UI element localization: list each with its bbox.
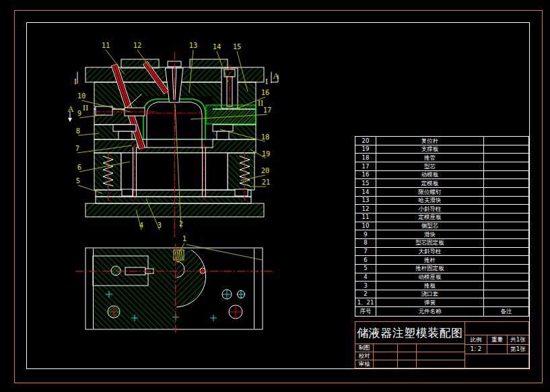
cell-remark: [483, 205, 528, 213]
balloon-5: 5: [76, 176, 80, 185]
table-row: 18推管: [355, 153, 528, 162]
table-row: 16动模板: [355, 170, 528, 179]
cell-no: 19: [355, 145, 376, 154]
cell-name: 复位杆: [376, 137, 483, 145]
balloon-10: 10: [77, 92, 86, 100]
parts-list-table: 20复位杆19支撑板18推管17型芯16动模板15定模板14限位螺钉13哈夫滑块…: [355, 136, 529, 317]
rest-button-right: [235, 189, 248, 196]
table-row: 11定模座板: [355, 213, 528, 222]
label-checked: 校对: [355, 352, 374, 360]
cell-no: 4: [355, 273, 376, 282]
balloon-1: 1: [182, 234, 186, 242]
cell-remark: [483, 248, 528, 256]
table-row: 17型芯: [355, 162, 528, 170]
balloon-8: 8: [76, 127, 80, 135]
cad-drawing-window: 111213141516171819202110987654321 IIIIII…: [0, 0, 550, 392]
cell-no: 2: [355, 290, 376, 298]
title-block-left: 储液器注塑模装配图 制图 校对 审核: [355, 322, 465, 368]
balloon-2: 2: [179, 220, 183, 228]
label-approved: 审核: [355, 360, 374, 368]
scale-value-row: 1: 2 第1张: [465, 345, 528, 354]
balloon-14: 14: [213, 42, 221, 51]
balloon-12: 12: [133, 41, 142, 49]
cell-name: 动模座板: [376, 273, 483, 282]
cell-remark: [483, 256, 528, 264]
balloon-11: 11: [102, 41, 110, 49]
sign-row-draw: 制图: [355, 344, 465, 352]
table-row: 3推板: [355, 281, 528, 290]
cell-remark: [483, 145, 528, 154]
core-fix-step-left: [113, 125, 136, 131]
section-mark-A: A: [273, 71, 279, 81]
table-row: 8型芯固定板: [355, 238, 528, 247]
section-view: [68, 53, 278, 237]
scale-label: 比例: [465, 335, 487, 344]
cell-no: 16: [355, 171, 376, 179]
cell-name: 定模板: [376, 179, 483, 187]
cell-name: 弹簧: [376, 298, 483, 306]
sprue-retainer-left: [121, 59, 159, 68]
table-row: 20复位杆: [355, 137, 528, 145]
sheets-total: 共1张: [508, 335, 528, 344]
balloon-13: 13: [189, 41, 198, 49]
cell-name: 滑块: [376, 230, 483, 238]
ejector-plate: [96, 197, 251, 203]
scale-header-row: 比例 重量 共1张: [465, 335, 528, 345]
cell-remark: [483, 290, 528, 298]
cell-no: 15: [355, 179, 376, 187]
cell-name: 推杆: [376, 256, 483, 264]
sign-row-approve: 审核: [355, 360, 465, 368]
cell-remark: [483, 273, 528, 282]
cell-no: 6: [355, 256, 376, 264]
balloon-17: 17: [263, 106, 272, 114]
table-row: 6推杆: [355, 255, 528, 264]
balloon-19: 19: [262, 150, 271, 158]
cell-no: 5: [355, 265, 376, 273]
header-no: 序号: [355, 307, 376, 316]
header-remark: 备注: [483, 307, 528, 316]
balloon-6: 6: [77, 163, 81, 171]
table-row: 5推杆固定板: [355, 264, 528, 273]
cell-name: 型芯: [376, 162, 483, 170]
balloon-7: 7: [75, 144, 79, 152]
sheet-number: 第1张: [508, 345, 528, 354]
cell-remark: [483, 239, 528, 247]
cell-name: 哈夫滑块: [376, 197, 483, 205]
cell-name: 支撑板: [376, 145, 483, 154]
balloon-4: 4: [139, 221, 143, 229]
cell-remark: [483, 214, 528, 222]
cell-remark: [483, 154, 528, 162]
sign-row-check: 校对: [355, 352, 465, 360]
weight-value: [487, 345, 508, 354]
table-row: 13哈夫滑块: [355, 196, 528, 205]
cell-no: 12: [355, 205, 376, 213]
cell-remark: [483, 222, 528, 230]
table-row: 9滑块: [355, 230, 528, 238]
cell-no: 17: [355, 162, 376, 170]
cell-no: 20: [355, 137, 376, 145]
slide-block: [96, 106, 112, 115]
cell-name: 小斜导柱: [376, 205, 483, 213]
cell-name: 动模板: [376, 171, 483, 179]
section-mark-II: II: [258, 98, 264, 108]
section-mark-II: II: [83, 102, 89, 112]
cell-no: 3: [355, 282, 376, 290]
cell-no: 11: [355, 214, 376, 222]
cell-name: 侧型芯: [376, 222, 483, 230]
table-row: 1、21弹簧: [355, 298, 528, 306]
cell-remark: [483, 162, 528, 170]
cell-remark: [483, 265, 528, 273]
ejector-sleeve-right: [217, 131, 229, 139]
section-mark-I: I: [265, 76, 268, 86]
cell-remark: [483, 197, 528, 205]
parts-table-header-row: 序号 元件名称 备注: [355, 306, 528, 316]
table-row: 4动模座板: [355, 273, 528, 282]
cell-no: 18: [355, 154, 376, 162]
cell-remark: [483, 171, 528, 179]
table-row: 12小斜导柱: [355, 204, 528, 213]
cell-no: 9: [355, 230, 376, 238]
rest-button-left: [122, 189, 133, 196]
balloon-3: 3: [158, 221, 162, 229]
table-row: 7大斜导柱: [355, 247, 528, 256]
cell-no: 14: [355, 188, 376, 196]
